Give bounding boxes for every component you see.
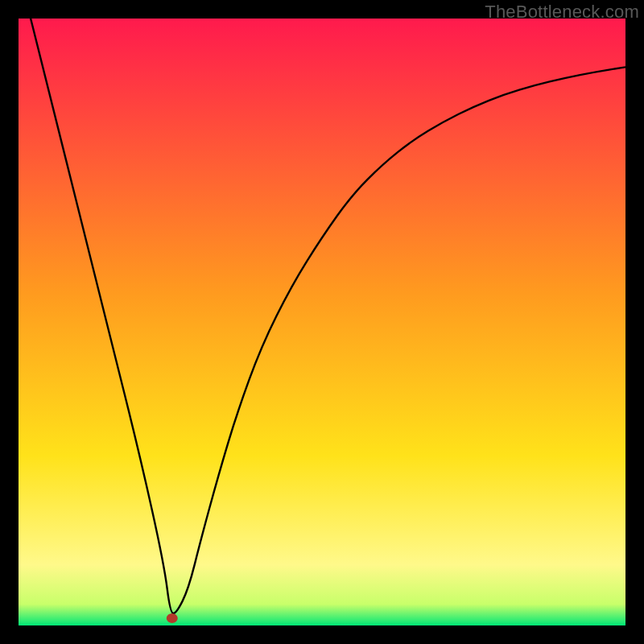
chart-frame (19, 19, 625, 625)
bottleneck-chart (19, 19, 625, 625)
gradient-background (19, 19, 625, 625)
minimum-marker (167, 613, 178, 623)
watermark-text: TheBottleneck.com (485, 2, 639, 23)
